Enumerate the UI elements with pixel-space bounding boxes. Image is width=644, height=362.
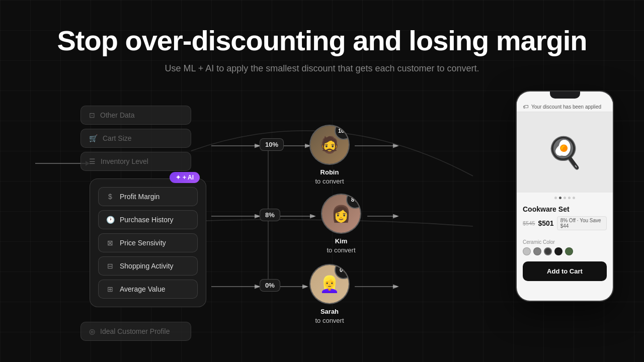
dot-2 [559,197,561,199]
sidebar-item-cart-size: 🛒 Cart Size [80,129,191,148]
price-new: $501 [538,219,553,227]
product-dots [517,193,613,201]
sidebar-top-stack: ⊡ Other Data 🛒 Cart Size ☰ Inventory Lev… [80,106,191,175]
product-image-area: 🍳 [517,112,613,193]
average-value-icon: ⊞ [106,285,115,293]
panel-item-purchase-history[interactable]: 🕐 Purchase History [98,210,198,229]
main-content: ⊡ Other Data 🛒 Cart Size ☰ Inventory Lev… [0,101,644,362]
swatch-5[interactable] [565,247,573,255]
sidebar-item-ideal-customer: ◎ Ideal Customer Profile [80,322,191,341]
panel-item-average-value[interactable]: ⊞ Average Value [98,280,198,299]
dot-1 [554,197,557,199]
sarah-label: Sarah to convert [315,307,344,325]
inventory-icon: ☰ [89,157,96,165]
phone-screen: 🏷 Your discount has been applied 🍳 Cookw… [517,92,613,301]
customer-kim: 👩 8% Kim to convert [321,194,361,255]
panel-item-shopping-activity[interactable]: ⊟ Shopping Activity [98,256,198,276]
profit-margin-icon: $ [106,193,115,201]
price-original: $545 [523,220,535,226]
panel-item-profit-margin[interactable]: $ Profit Margin [98,187,198,206]
dot-4 [568,197,571,199]
add-to-cart-button[interactable]: Add to Cart [523,261,607,281]
ai-badge-icon: ✦ [176,174,181,181]
swatch-2[interactable] [533,247,541,255]
pct-badge-sarah: 0% [260,279,280,292]
dot-3 [564,197,566,199]
color-swatches [523,247,607,255]
shopping-activity-icon: ⊟ [106,262,115,270]
swatch-1[interactable] [523,247,531,255]
customer-robin: 🧔 10% Robin to convert [309,125,350,186]
page-wrapper: Stop over-discounting and losing margin … [0,0,644,362]
price-sensivity-icon: ⊠ [106,239,115,247]
swatch-3[interactable] [544,247,552,255]
customer-sarah: 👱‍♀️ 0% Sarah to convert [309,264,350,325]
panel-item-price-sensivity[interactable]: ⊠ Price Sensivity [98,233,198,252]
sidebar-item-other-data: ⊡ Other Data [80,106,191,125]
sarah-avatar: 👱‍♀️ 0% [309,264,350,304]
flow-area: 10% 8% 0% 🧔 10% Robin to convert 👩 8% [211,101,438,352]
product-name: Cookware Set [523,205,607,213]
purchase-history-icon: 🕐 [106,216,115,224]
other-data-icon: ⊡ [89,111,95,119]
price-row: $545 $501 8% Off · You Save $44 [523,216,607,230]
page-title: Stop over-discounting and losing margin [0,25,644,56]
pct-badge-kim: 8% [260,209,280,221]
kim-avatar: 👩 8% [321,194,361,234]
main-panel: ✦ + AI $ Profit Margin 🕐 Purchase Histor… [90,178,206,307]
color-label: Ceramic Color [523,239,607,245]
arrow-line [35,163,86,164]
pct-badge-robin: 10% [260,138,284,151]
sidebar-item-inventory-level: ☰ Inventory Level [80,152,191,171]
robin-label: Robin to convert [315,168,344,186]
phone-notch [550,92,580,99]
phone-mockup: 🏷 Your discount has been applied 🍳 Cookw… [516,90,614,302]
ideal-customer-icon: ◎ [89,327,95,335]
robin-avatar: 🧔 10% [309,125,350,165]
color-section: Ceramic Color [517,237,613,259]
dot-5 [573,197,575,199]
ai-badge: ✦ + AI [170,172,200,183]
discount-tag: 8% Off · You Save $44 [557,216,607,230]
kim-label: Kim to convert [327,237,355,255]
product-emoji: 🍳 [546,135,584,170]
swatch-4[interactable] [554,247,562,255]
cart-size-icon: 🛒 [89,134,98,142]
product-info: Cookware Set $545 $501 8% Off · You Save… [517,201,613,237]
header: Stop over-discounting and losing margin … [0,0,644,74]
page-subtitle: Use ML + AI to apply the smallest discou… [0,63,644,74]
sidebar-bottom-stack: ◎ Ideal Customer Profile [80,322,191,345]
discount-applied-banner: 🏷 Your discount has been applied [517,102,613,112]
